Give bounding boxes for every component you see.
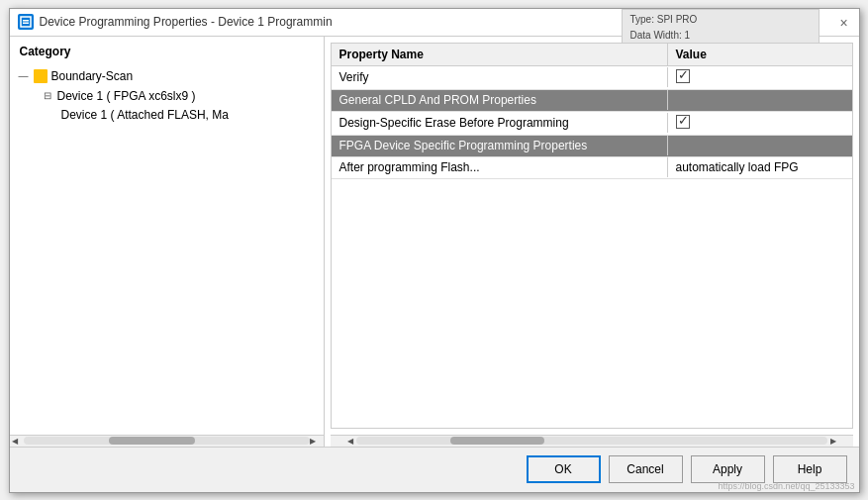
category-scrollbar[interactable]: ◀ ▶ — [10, 435, 324, 447]
preview-line1: Type: SPI PRO — [630, 12, 811, 28]
table-row[interactable]: After programming Flash... automatically… — [332, 157, 852, 179]
h-scroll-right-btn[interactable]: ▶ — [827, 435, 839, 447]
table-body: Verify General CPLD And PROM Properties … — [332, 66, 852, 179]
url-bar: https://blog.csdn.net/qq_25133353 — [714, 480, 858, 492]
close-button[interactable]: × — [835, 14, 853, 32]
preview-line2: Data Width: 1 — [630, 28, 811, 44]
svg-rect-2 — [23, 23, 29, 25]
ok-button[interactable]: OK — [527, 455, 601, 483]
table-row[interactable]: Design-Specific Erase Before Programming — [332, 112, 852, 136]
table-scrollbar-h[interactable]: ◀ ▶ — [331, 435, 853, 447]
cell-value-verify — [668, 66, 852, 89]
category-section: Category — Boundary-Scan ⊟ Device 1 ( FP… — [10, 37, 325, 447]
cell-value-erase — [668, 112, 852, 135]
tree-label-device1-fpga: Device 1 ( FPGA xc6slx9 ) — [57, 89, 196, 103]
cell-name-erase: Design-Specific Erase Before Programming — [332, 113, 668, 133]
svg-rect-1 — [23, 20, 29, 22]
tree-item-boundary-scan[interactable]: — Boundary-Scan — [10, 66, 324, 86]
cell-name-general-cpld: General CPLD And PROM Properties — [332, 90, 668, 110]
tree-expand-icon2: ⊟ — [40, 88, 55, 104]
table-row[interactable]: General CPLD And PROM Properties — [332, 90, 852, 112]
tree-expand-icon: — — [16, 68, 32, 84]
dialog-icon — [18, 14, 34, 30]
device-programming-dialog: Device Programming Properties - Device 1… — [9, 8, 860, 493]
col-header-name: Property Name — [332, 44, 668, 65]
col-header-value: Value — [668, 44, 852, 65]
main-content: Category — Boundary-Scan ⊟ Device 1 ( FP… — [10, 37, 859, 447]
h-scroll-track[interactable] — [356, 437, 827, 445]
tree-label-boundary-scan: Boundary-Scan — [51, 69, 134, 83]
h-scroll-thumb[interactable] — [450, 437, 544, 445]
table-row[interactable]: FPGA Device Specific Programming Propert… — [332, 136, 852, 157]
cancel-button[interactable]: Cancel — [609, 455, 683, 483]
table-header: Property Name Value — [332, 44, 852, 66]
checkbox-erase[interactable] — [676, 115, 690, 129]
cell-value-fpga-specific — [668, 143, 852, 149]
scroll-thumb[interactable] — [109, 437, 195, 445]
property-table: Property Name Value Verify General CPLD … — [331, 43, 853, 429]
cell-value-after-flash: automatically load FPG — [668, 157, 852, 177]
scroll-right-btn[interactable]: ▶ — [310, 437, 322, 446]
tree-label-device1-flash: Device 1 ( Attached FLASH, Ma — [61, 108, 229, 122]
svg-rect-0 — [21, 17, 31, 27]
cell-name-fpga-specific: FPGA Device Specific Programming Propert… — [332, 136, 668, 155]
property-panel: Property Name Value Verify General CPLD … — [325, 37, 859, 447]
tree-item-device1-fpga[interactable]: ⊟ Device 1 ( FPGA xc6slx9 ) — [10, 86, 324, 106]
tree-item-device1-flash[interactable]: Device 1 ( Attached FLASH, Ma — [10, 106, 324, 124]
cell-value-general-cpld — [668, 97, 852, 103]
scroll-left-btn[interactable]: ◀ — [12, 437, 24, 446]
checkbox-verify[interactable] — [676, 69, 690, 83]
category-label: Category — [10, 37, 324, 62]
scroll-track[interactable] — [24, 437, 310, 445]
tree-area: — Boundary-Scan ⊟ Device 1 ( FPGA xc6slx… — [10, 62, 324, 435]
cell-name-verify: Verify — [332, 67, 668, 87]
cell-name-after-flash: After programming Flash... — [332, 157, 668, 177]
title-bar: Device Programming Properties - Device 1… — [10, 9, 859, 37]
folder-icon — [34, 69, 48, 83]
h-scroll-left-btn[interactable]: ◀ — [344, 435, 356, 447]
table-row[interactable]: Verify — [332, 66, 852, 90]
